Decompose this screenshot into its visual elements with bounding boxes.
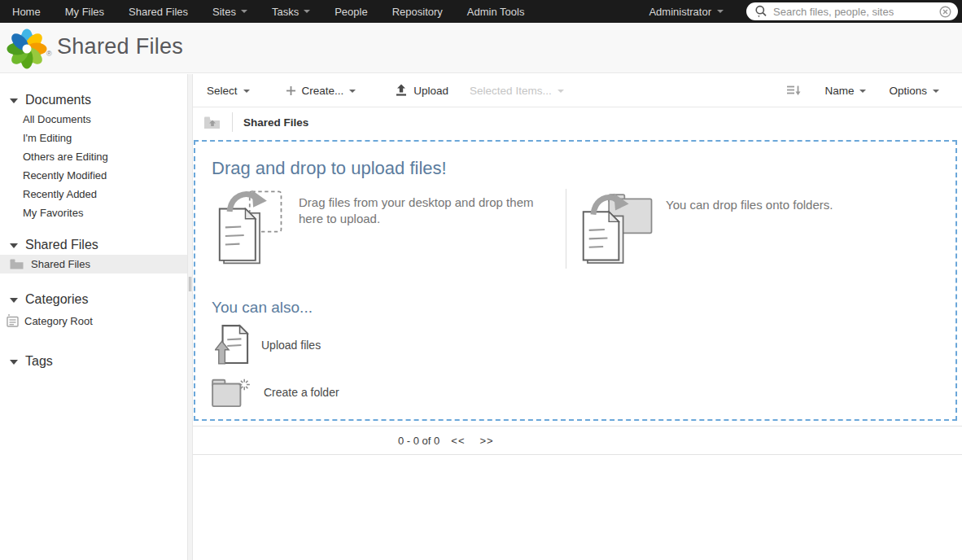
paginator: 0 - 0 of 0 << >> xyxy=(193,426,962,455)
folder-up-icon[interactable] xyxy=(203,116,221,129)
upload-button[interactable]: Upload xyxy=(395,84,448,97)
chevron-down-icon xyxy=(243,90,250,93)
section-label: Documents xyxy=(25,93,91,107)
sidebar-item-all-documents[interactable]: All Documents xyxy=(23,110,187,129)
sidebar-item-recently-modified[interactable]: Recently Modified xyxy=(23,166,187,185)
dropzone-hint-text: Drag files from your desktop and drop th… xyxy=(299,195,539,266)
nav-item-label: People xyxy=(335,6,367,18)
sidebar-content-divider xyxy=(187,74,193,560)
folder-icon xyxy=(10,259,24,269)
section-label: Categories xyxy=(25,292,88,307)
global-search-box[interactable] xyxy=(746,2,958,20)
nav-item-label: Admin Tools xyxy=(467,6,525,18)
upload-icon xyxy=(395,84,408,97)
button-label: Select xyxy=(207,85,238,97)
dropzone-hint-desktop: Drag files from your desktop and drop th… xyxy=(212,187,561,266)
sidebar-resize-handle[interactable] xyxy=(189,277,191,291)
documents-filter-list: All Documents I'm Editing Others are Edi… xyxy=(0,110,187,222)
breadcrumb-current-folder: Shared Files xyxy=(243,116,308,129)
sort-order-icon[interactable] xyxy=(786,85,802,97)
user-menu-administrator[interactable]: Administrator xyxy=(649,6,724,18)
dropzone-hint-text: You can drop files onto folders. xyxy=(666,197,833,266)
alfresco-logo-icon xyxy=(6,26,48,73)
dropzone-divider xyxy=(566,189,566,269)
registered-trademark: ® xyxy=(46,50,52,58)
chevron-down-icon xyxy=(859,90,866,93)
sidebar-section-documents[interactable]: Documents xyxy=(0,90,187,110)
options-button[interactable]: Options xyxy=(889,85,939,97)
sidebar-item-my-favorites[interactable]: My Favorites xyxy=(23,203,187,222)
tree-row-label: Category Root xyxy=(24,315,93,327)
sidebar-item-im-editing[interactable]: I'm Editing xyxy=(23,129,187,147)
top-navigation-bar: Home My Files Shared Files Sites Tasks P… xyxy=(0,0,962,23)
sidebar-section-shared-files[interactable]: Shared Files xyxy=(0,235,187,255)
paginator-previous-button[interactable]: << xyxy=(451,435,465,447)
select-button[interactable]: Select xyxy=(207,85,250,97)
create-button[interactable]: Create... xyxy=(286,85,356,97)
sort-field-button[interactable]: Name xyxy=(824,85,866,97)
button-label: Name xyxy=(824,85,854,97)
paginator-next-button[interactable]: >> xyxy=(480,435,494,447)
nav-item-repository[interactable]: Repository xyxy=(380,0,455,23)
chevron-down-icon xyxy=(933,90,939,93)
page-title: Shared Files xyxy=(57,34,183,59)
nav-item-tasks[interactable]: Tasks xyxy=(260,0,322,23)
tree-row-label: Shared Files xyxy=(31,258,90,270)
chevron-down-icon xyxy=(717,10,724,13)
button-label: Selected Items... xyxy=(470,85,552,97)
nav-item-label: Shared Files xyxy=(129,6,188,18)
nav-item-admin-tools[interactable]: Admin Tools xyxy=(455,0,537,23)
section-label: Tags xyxy=(25,354,53,369)
chevron-down-icon xyxy=(349,90,356,93)
dropzone-hints: Drag files from your desktop and drop th… xyxy=(195,187,955,272)
search-input[interactable] xyxy=(773,6,939,18)
app-header: ® Shared Files xyxy=(0,23,962,73)
chevron-down-icon xyxy=(241,10,247,13)
nav-item-sites[interactable]: Sites xyxy=(200,0,260,23)
nav-item-my-files[interactable]: My Files xyxy=(53,0,116,23)
nav-item-label: Repository xyxy=(392,6,443,18)
you-can-also-heading: You can also... xyxy=(212,299,313,317)
upload-files-link[interactable]: Upload files xyxy=(215,324,321,366)
dropzone-hint-folders: You can drop files onto folders. xyxy=(576,187,833,266)
chevron-down-icon xyxy=(558,90,564,93)
triangle-down-icon xyxy=(10,243,18,248)
nav-item-people[interactable]: People xyxy=(322,0,379,23)
user-menu-label: Administrator xyxy=(649,6,711,18)
new-folder-icon xyxy=(211,376,251,409)
nav-item-shared-files[interactable]: Shared Files xyxy=(116,0,200,23)
sidebar-section-categories[interactable]: Categories xyxy=(0,290,187,309)
drag-drop-upload-zone[interactable]: Drag and drop to upload files! Drag file… xyxy=(194,140,957,421)
upload-files-label: Upload files xyxy=(261,339,321,352)
button-label: Upload xyxy=(413,85,448,97)
breadcrumb-divider xyxy=(232,112,233,132)
selected-items-button[interactable]: Selected Items... xyxy=(470,85,564,97)
upload-file-icon xyxy=(215,324,249,366)
category-icon xyxy=(7,314,19,327)
create-folder-link[interactable]: Create a folder xyxy=(211,376,339,409)
create-folder-label: Create a folder xyxy=(264,386,339,399)
triangle-down-icon xyxy=(10,298,18,303)
button-label: Options xyxy=(889,85,927,97)
nav-item-label: Home xyxy=(12,6,41,18)
chevron-down-icon xyxy=(304,10,310,13)
nav-item-label: Tasks xyxy=(272,6,299,18)
breadcrumb: Shared Files xyxy=(193,107,962,137)
plus-icon xyxy=(286,85,296,96)
sidebar-item-category-root[interactable]: Category Root xyxy=(0,311,187,330)
section-label: Shared Files xyxy=(25,238,98,252)
sidebar-item-others-are-editing[interactable]: Others are Editing xyxy=(23,147,187,166)
nav-item-home[interactable]: Home xyxy=(0,0,53,23)
nav-item-label: My Files xyxy=(65,6,104,18)
sidebar: Documents All Documents I'm Editing Othe… xyxy=(0,74,187,560)
dropzone-title: Drag and drop to upload files! xyxy=(212,158,447,179)
triangle-down-icon xyxy=(10,360,18,365)
sidebar-item-shared-files-root[interactable]: Shared Files xyxy=(0,255,187,273)
drag-files-to-dropzone-icon xyxy=(212,187,284,266)
sidebar-item-recently-added[interactable]: Recently Added xyxy=(23,185,187,203)
drop-files-onto-folder-icon xyxy=(576,187,654,266)
sidebar-section-tags[interactable]: Tags xyxy=(0,352,187,371)
nav-item-label: Sites xyxy=(212,6,236,18)
clear-search-icon[interactable] xyxy=(939,6,951,18)
button-label: Create... xyxy=(302,85,344,97)
